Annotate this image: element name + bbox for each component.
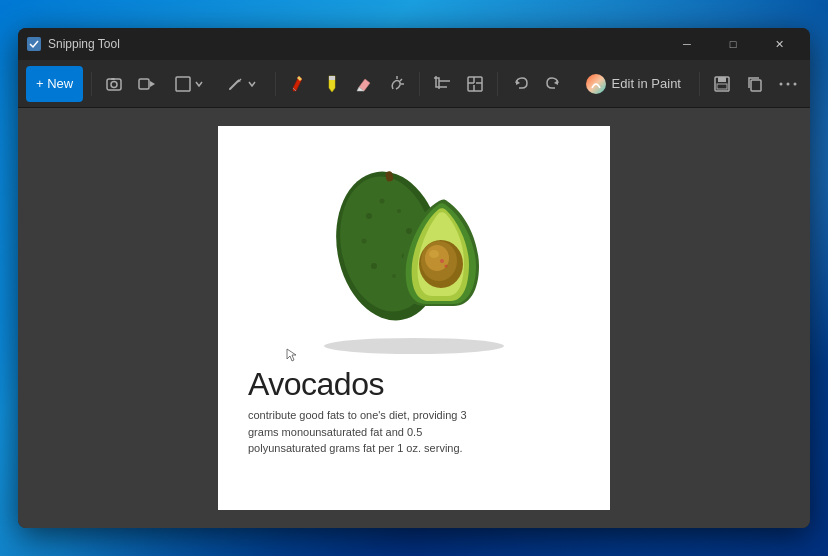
separator-5	[699, 72, 700, 96]
svg-rect-20	[751, 80, 761, 91]
maximize-button[interactable]: □	[710, 28, 756, 60]
svg-line-12	[400, 79, 402, 81]
svg-point-40	[445, 265, 448, 268]
crop-button[interactable]	[428, 66, 457, 102]
svg-rect-3	[111, 78, 115, 80]
svg-rect-10	[329, 76, 335, 80]
avocado-svg	[294, 146, 534, 356]
svg-point-33	[392, 274, 396, 278]
svg-point-39	[440, 259, 444, 263]
chevron-down-tools-icon	[247, 79, 257, 89]
svg-rect-19	[717, 84, 727, 89]
svg-point-21	[779, 82, 782, 85]
tools-icon	[228, 76, 244, 92]
more-dots-icon	[779, 82, 797, 86]
svg-marker-16	[554, 80, 558, 85]
svg-rect-1	[107, 79, 121, 90]
close-button[interactable]: ✕	[756, 28, 802, 60]
save-button[interactable]	[708, 66, 737, 102]
svg-point-23	[793, 82, 796, 85]
svg-point-29	[397, 209, 401, 213]
undo-button[interactable]	[506, 66, 535, 102]
svg-rect-4	[139, 79, 149, 89]
eraser-button[interactable]	[350, 66, 379, 102]
pen-icon	[289, 74, 309, 94]
trim-button[interactable]	[461, 66, 490, 102]
svg-rect-6	[176, 77, 190, 91]
camera-icon	[105, 75, 123, 93]
record-icon	[138, 75, 156, 93]
title-bar: Snipping Tool ─ □ ✕	[18, 28, 810, 60]
svg-point-28	[380, 199, 385, 204]
svg-point-38	[429, 250, 439, 258]
app-icon	[26, 36, 42, 52]
svg-point-30	[406, 228, 412, 234]
copy-icon	[746, 75, 764, 93]
touch-writing-button[interactable]	[382, 66, 411, 102]
svg-point-32	[371, 263, 377, 269]
svg-rect-0	[27, 37, 41, 51]
redo-icon	[544, 75, 562, 93]
trim-icon	[466, 75, 484, 93]
rect-icon	[175, 76, 191, 92]
content-area: Avocados contribute good fats to one's d…	[18, 108, 810, 528]
copy-button[interactable]	[740, 66, 769, 102]
window-title: Snipping Tool	[48, 37, 120, 51]
text-content: Avocados contribute good fats to one's d…	[248, 366, 580, 457]
chevron-down-icon	[194, 79, 204, 89]
marker-icon	[321, 74, 341, 94]
edit-in-paint-button[interactable]: Edit in Paint	[576, 66, 691, 102]
screenshot-button[interactable]	[100, 66, 129, 102]
toolbar: + New	[18, 60, 810, 108]
redo-button[interactable]	[539, 66, 568, 102]
svg-rect-14	[468, 77, 482, 91]
svg-point-22	[786, 82, 789, 85]
snip-canvas: Avocados contribute good fats to one's d…	[218, 126, 610, 510]
save-icon	[713, 75, 731, 93]
avocado-image	[294, 146, 534, 356]
separator-4	[497, 72, 498, 96]
avocado-description: contribute good fats to one's diet, prov…	[248, 407, 468, 457]
svg-marker-5	[150, 81, 155, 87]
minimize-button[interactable]: ─	[664, 28, 710, 60]
separator-1	[91, 72, 92, 96]
record-button[interactable]	[133, 66, 162, 102]
separator-2	[275, 72, 276, 96]
title-bar-controls: ─ □ ✕	[664, 28, 802, 60]
avocado-title: Avocados	[248, 366, 580, 403]
svg-marker-15	[516, 80, 520, 85]
crop-icon	[433, 75, 451, 93]
shape-button[interactable]	[165, 66, 214, 102]
marker-button[interactable]	[317, 66, 346, 102]
undo-icon	[512, 75, 530, 93]
svg-point-24	[324, 338, 504, 354]
title-bar-left: Snipping Tool	[26, 36, 664, 52]
paint-icon	[586, 74, 606, 94]
separator-3	[419, 72, 420, 96]
svg-point-31	[362, 239, 367, 244]
svg-rect-18	[718, 77, 726, 82]
tools-button[interactable]	[218, 66, 267, 102]
app-window: Snipping Tool ─ □ ✕ + New	[18, 28, 810, 528]
new-button[interactable]: + New	[26, 66, 83, 102]
pen-button[interactable]	[284, 66, 313, 102]
eraser-icon	[355, 75, 373, 93]
more-options-button[interactable]	[773, 66, 802, 102]
svg-point-2	[111, 81, 117, 87]
svg-point-27	[366, 213, 372, 219]
edit-in-paint-label: Edit in Paint	[612, 76, 681, 91]
touch-icon	[388, 75, 406, 93]
